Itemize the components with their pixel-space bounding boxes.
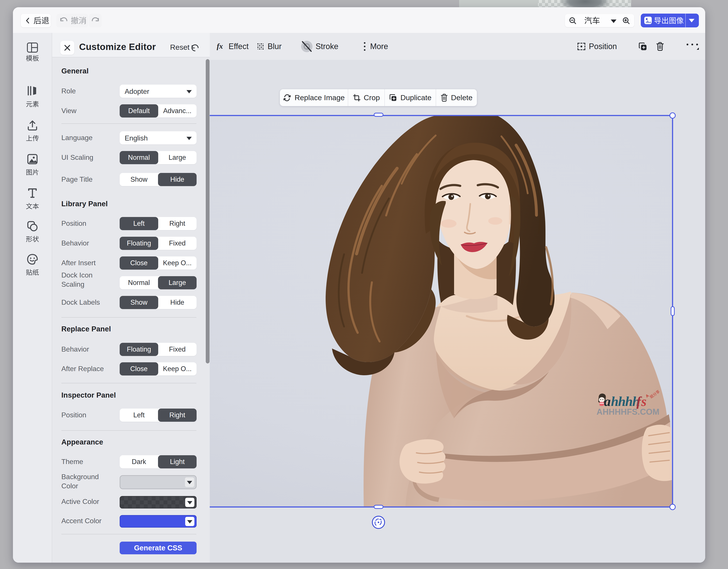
svg-text:fx: fx — [217, 42, 223, 50]
